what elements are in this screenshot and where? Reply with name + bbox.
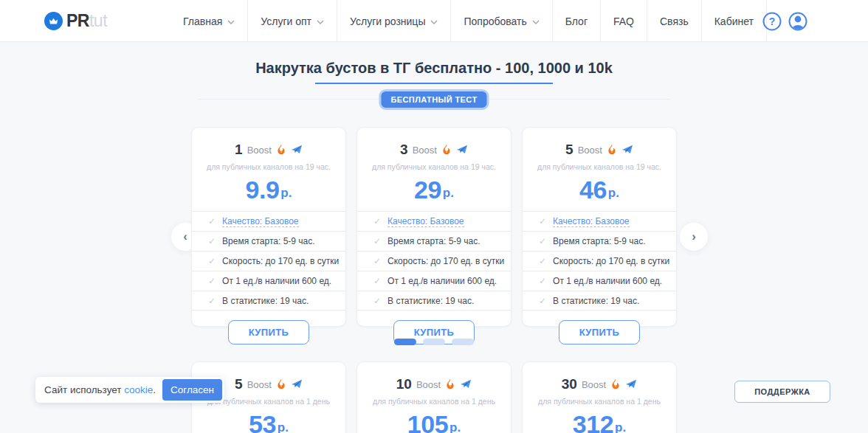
feature-label: От 1 ед./в наличии 600 ед. [388, 276, 497, 286]
price-amount: 312 [573, 412, 613, 433]
nav-item-0[interactable]: Главная [170, 0, 248, 42]
flame-icon [276, 378, 286, 390]
feature-label: Время старта: 5-9 час. [553, 236, 646, 246]
cookie-notice: Сайт использует cookie. Согласен [35, 377, 224, 403]
price-currency: р. [450, 420, 461, 433]
check-icon: ✓ [539, 236, 546, 246]
feature-label: Время старта: 5-9 час. [222, 236, 315, 246]
nav-item-label: Связь [660, 15, 689, 27]
carousel-pagination [191, 339, 677, 345]
boost-quantity: 10 [396, 376, 412, 392]
carousel-next-button[interactable]: › [680, 223, 708, 251]
feature-item: ✓Скорость: до 170 ед. в сутки [192, 251, 345, 271]
chevron-down-icon [532, 20, 540, 24]
telegram-plane-icon [456, 145, 468, 155]
feature-label: В статистике: 19 час. [222, 296, 309, 306]
price-currency: р. [280, 186, 292, 202]
cookie-accept-button[interactable]: Согласен [162, 379, 222, 401]
check-icon: ✓ [208, 276, 216, 286]
pagination-dot-2[interactable] [452, 339, 474, 345]
check-icon: ✓ [208, 256, 216, 266]
feature-item: ✓От 1 ед./в наличии 600 ед. [523, 271, 676, 291]
nav-item-5[interactable]: FAQ [601, 0, 647, 42]
feature-list: ✓Качество: Базовое✓Время старта: 5-9 час… [357, 211, 511, 311]
pricing-row2-card-2: 30Boostдля публичных каналов на 1 день31… [522, 361, 677, 433]
free-test-button[interactable]: БЕСПЛАТНЫЙ ТЕСТ [379, 89, 489, 110]
flame-icon [445, 378, 455, 390]
nav-item-label: Кабинет [714, 15, 754, 27]
feature-quality-link[interactable]: Качество: Базовое [553, 216, 629, 227]
nav-item-1[interactable]: Услуги опт [248, 0, 337, 42]
feature-label: Скорость: до 170 ед. в сутки [222, 256, 339, 266]
check-icon: ✓ [373, 256, 381, 266]
boost-quantity: 30 [562, 376, 577, 392]
price-currency: р. [615, 420, 626, 433]
check-icon: ✓ [539, 276, 546, 286]
nav-item-label: Услуги розницы [350, 15, 425, 27]
feature-item: ✓Качество: Базовое [192, 211, 345, 231]
profile-icon[interactable] [788, 12, 807, 31]
boost-quantity: 5 [565, 142, 574, 158]
feature-label: От 1 ед./в наличии 600 ед. [553, 276, 662, 286]
telegram-plane-icon [460, 379, 472, 389]
card-price: 53р. [192, 412, 345, 433]
site-logo[interactable]: PRtut [44, 0, 107, 42]
check-icon: ✓ [539, 296, 546, 306]
check-icon: ✓ [373, 296, 381, 306]
pricing-row2-card-1: 10Boostдля публичных каналов на 1 день10… [356, 361, 512, 433]
feature-label: В статистике: 19 час. [388, 296, 474, 306]
nav-item-7[interactable]: Кабинет [702, 0, 767, 42]
price-currency: р. [608, 186, 619, 202]
pagination-dot-1[interactable] [423, 339, 445, 345]
chevron-down-icon [317, 20, 324, 24]
card-subtitle: для публичных каналов на 1 день [523, 397, 676, 406]
pricing-cards-row-1: 1Boostдля публичных каналов на 19 час.9.… [191, 127, 677, 327]
feature-item: ✓Скорость: до 170 ед. в сутки [523, 251, 676, 271]
price-amount: 46 [579, 177, 607, 202]
nav-item-4[interactable]: Блог [553, 0, 601, 42]
pricing-cards-row-2: 5Boostдля публичных каналов на 1 день53р… [191, 361, 677, 433]
feature-quality-link[interactable]: Качество: Базовое [222, 216, 298, 227]
chevron-down-icon [227, 20, 235, 24]
check-icon: ✓ [539, 216, 546, 226]
feature-list: ✓Качество: Базовое✓Время старта: 5-9 час… [523, 211, 676, 311]
help-icon[interactable]: ? [762, 12, 782, 31]
feature-item: ✓В статистике: 19 час. [357, 291, 511, 311]
card-title: 3Boost [357, 142, 511, 158]
feature-item: ✓Время старта: 5-9 час. [523, 231, 676, 251]
card-title: 10Boost [357, 376, 511, 392]
feature-list: ✓Качество: Базовое✓Время старта: 5-9 час… [192, 211, 345, 311]
feature-quality-link[interactable]: Качество: Базовое [388, 216, 464, 227]
feature-item: ✓В статистике: 19 час. [523, 291, 676, 311]
check-icon: ✓ [373, 276, 381, 286]
boost-unit: Boost [578, 145, 602, 156]
price-amount: 105 [407, 412, 448, 433]
crown-icon [44, 12, 63, 30]
nav-item-6[interactable]: Связь [647, 0, 702, 42]
price-currency: р. [443, 186, 454, 202]
boost-unit: Boost [247, 145, 272, 156]
check-icon: ✓ [208, 296, 216, 306]
card-subtitle: для публичных каналов на 19 час. [523, 162, 676, 171]
feature-label: От 1 ед./в наличии 600 ед. [222, 276, 331, 286]
telegram-plane-icon [291, 145, 303, 155]
logo-text-bold: PR [66, 11, 89, 31]
check-icon: ✓ [373, 236, 381, 246]
feature-label: Время старта: 5-9 час. [388, 236, 480, 246]
title-underline [315, 83, 553, 84]
main-nav: ГлавнаяУслуги оптУслуги розницыПопробова… [170, 0, 767, 42]
page-title: Накрутка бустов в ТГ бесплатно - 100, 10… [0, 60, 868, 77]
nav-item-2[interactable]: Услуги розницы [337, 0, 451, 42]
nav-item-label: Попробовать [464, 15, 526, 27]
pricing-row1-card-1: 3Boostдля публичных каналов на 19 час.29… [356, 127, 512, 327]
check-icon: ✓ [208, 216, 216, 226]
card-title: 5Boost [523, 142, 676, 158]
telegram-plane-icon [625, 379, 637, 389]
feature-item: ✓Время старта: 5-9 час. [357, 231, 511, 251]
cookie-link[interactable]: cookie [124, 384, 153, 395]
support-button[interactable]: ПОДДЕРЖКА [734, 381, 830, 403]
nav-item-3[interactable]: Попробовать [451, 0, 552, 42]
card-price: 29р. [357, 177, 511, 202]
card-price: 9.9р. [192, 177, 345, 202]
pagination-dot-0[interactable] [394, 339, 416, 345]
